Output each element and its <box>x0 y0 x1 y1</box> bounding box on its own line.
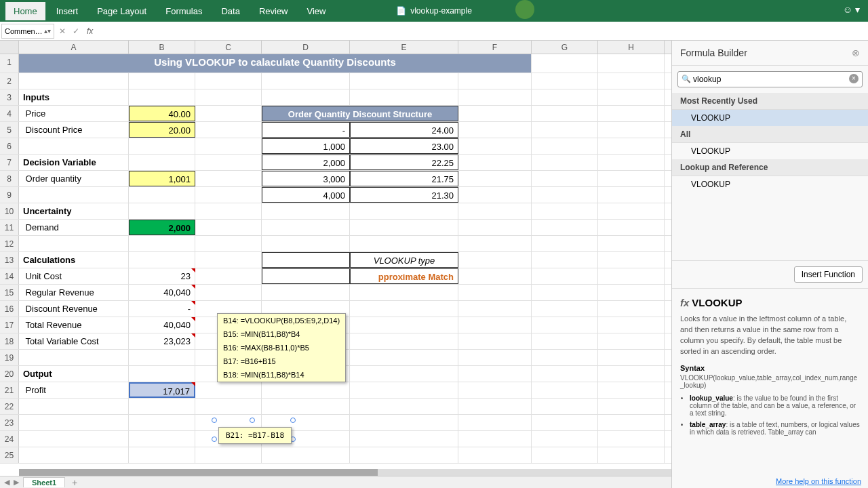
cell-F23[interactable] <box>458 415 532 430</box>
row-header-17[interactable]: 17 <box>0 317 19 333</box>
cell-G20[interactable] <box>532 366 598 382</box>
cell-E15[interactable] <box>350 285 458 300</box>
accept-icon[interactable]: ✓ <box>69 26 83 36</box>
cell-E24[interactable] <box>350 431 458 447</box>
row-header-23[interactable]: 23 <box>0 415 19 430</box>
cell-G19[interactable] <box>532 350 598 365</box>
spreadsheet-grid[interactable]: A B C D E F G H 1Using VLOOKUP to calacu… <box>0 41 671 488</box>
col-header-c[interactable]: C <box>195 41 262 54</box>
cancel-icon[interactable]: ✕ <box>56 26 69 36</box>
clear-search-icon[interactable]: × <box>849 74 859 83</box>
cell-H15[interactable] <box>598 285 665 300</box>
cell-H19[interactable] <box>598 350 665 365</box>
row-header-18[interactable]: 18 <box>0 333 19 349</box>
row-header-2[interactable]: 2 <box>0 73 19 89</box>
cell-H22[interactable] <box>598 399 665 414</box>
cell-B22[interactable] <box>129 399 195 414</box>
row-header-19[interactable]: 19 <box>0 350 19 365</box>
col-header-f[interactable]: F <box>458 41 532 54</box>
cell-E16[interactable] <box>350 301 458 317</box>
tab-insert[interactable]: Insert <box>48 2 87 20</box>
row-header-3[interactable]: 3 <box>0 89 19 105</box>
cell-F17[interactable] <box>458 317 532 333</box>
cell-D2[interactable] <box>262 73 350 89</box>
cell-H17[interactable] <box>598 317 665 333</box>
cell-A15[interactable]: Regular Revenue <box>19 285 129 300</box>
tab-view[interactable]: View <box>299 2 334 20</box>
cell-G22[interactable] <box>532 399 598 414</box>
cell-G3[interactable] <box>532 89 598 105</box>
name-box[interactable]: Commen…▴▾ <box>1 24 54 39</box>
row-header-11[interactable]: 11 <box>0 220 19 235</box>
comment-b21[interactable]: B21: =B17-B18 <box>218 427 292 444</box>
cell-F25[interactable] <box>458 447 532 463</box>
row-header-24[interactable]: 24 <box>0 431 19 447</box>
cell-E10[interactable] <box>350 203 458 219</box>
cell-A10[interactable]: Uncertainty <box>19 203 129 219</box>
cell-A23[interactable] <box>19 415 129 430</box>
cell-A25[interactable] <box>19 447 129 463</box>
more-help-link[interactable]: More help on this function <box>776 477 861 485</box>
cell-C10[interactable] <box>195 203 262 219</box>
col-header-g[interactable]: G <box>532 41 598 54</box>
sheet-nav-prev[interactable]: ◀ <box>4 478 9 487</box>
row-header-20[interactable]: 20 <box>0 366 19 382</box>
cell-C2[interactable] <box>195 73 262 89</box>
cell-D10[interactable] <box>262 203 350 219</box>
insert-function-button[interactable]: Insert Function <box>794 266 863 283</box>
cell-F24[interactable] <box>458 431 532 447</box>
cell-F21[interactable] <box>458 382 532 398</box>
cell-H25[interactable] <box>598 447 665 463</box>
cell-B20[interactable] <box>129 366 195 382</box>
cell-C3[interactable] <box>195 89 262 105</box>
cell-E11[interactable] <box>350 220 458 235</box>
cell-A19[interactable] <box>19 350 129 365</box>
cell-H20[interactable] <box>598 366 665 382</box>
cell-B17[interactable]: 40,040 <box>129 317 195 333</box>
cell-G15[interactable] <box>532 285 598 300</box>
cell-E2[interactable] <box>350 73 458 89</box>
cell-E12[interactable] <box>350 236 458 251</box>
cell-B24[interactable] <box>129 431 195 447</box>
cell-H12[interactable] <box>598 236 665 251</box>
cell-E17[interactable] <box>350 317 458 333</box>
cell-G21[interactable] <box>532 382 598 398</box>
fn-vlookup-all[interactable]: VLOOKUP <box>672 143 868 159</box>
cell-G10[interactable] <box>532 203 598 219</box>
cell-D3[interactable] <box>262 89 350 105</box>
sheet-nav-next[interactable]: ▶ <box>14 478 19 487</box>
row-header-16[interactable]: 16 <box>0 301 19 317</box>
cell-B23[interactable] <box>129 415 195 430</box>
fn-vlookup-lookup[interactable]: VLOOKUP <box>672 176 868 192</box>
cell-E18[interactable] <box>350 333 458 349</box>
cell-E20[interactable] <box>350 366 458 382</box>
cell-F18[interactable] <box>458 333 532 349</box>
row-header-12[interactable]: 12 <box>0 236 19 251</box>
cell-H23[interactable] <box>598 415 665 430</box>
tab-review[interactable]: Review <box>251 2 296 20</box>
cell-A17[interactable]: Total Revenue <box>19 317 129 333</box>
cell-E23[interactable] <box>350 415 458 430</box>
feedback-icon[interactable]: ☺ ▾ <box>843 4 860 15</box>
cell-G23[interactable] <box>532 415 598 430</box>
cell-F19[interactable] <box>458 350 532 365</box>
cell-F12[interactable] <box>458 236 532 251</box>
add-sheet-icon[interactable]: + <box>72 477 77 488</box>
cell-H18[interactable] <box>598 333 665 349</box>
cell-B12[interactable] <box>129 236 195 251</box>
col-header-d[interactable]: D <box>262 41 350 54</box>
cell-A18[interactable]: Total Variable Cost <box>19 333 129 349</box>
cell-H10[interactable] <box>598 203 665 219</box>
fx-icon[interactable]: fx <box>87 26 93 36</box>
cell-H2[interactable] <box>598 73 665 89</box>
cell-A24[interactable] <box>19 431 129 447</box>
cell-B18[interactable]: 23,023 <box>129 333 195 349</box>
function-search-input[interactable] <box>677 71 863 87</box>
col-header-b[interactable]: B <box>129 41 195 54</box>
tab-home[interactable]: Home <box>5 2 45 20</box>
cell-E25[interactable] <box>350 447 458 463</box>
sheet-tab-1[interactable]: Sheet1 <box>23 477 65 487</box>
cell-B11[interactable]: 2,000 <box>129 220 195 235</box>
cell-A3[interactable]: Inputs <box>19 89 129 105</box>
cell-F3[interactable] <box>458 89 532 105</box>
